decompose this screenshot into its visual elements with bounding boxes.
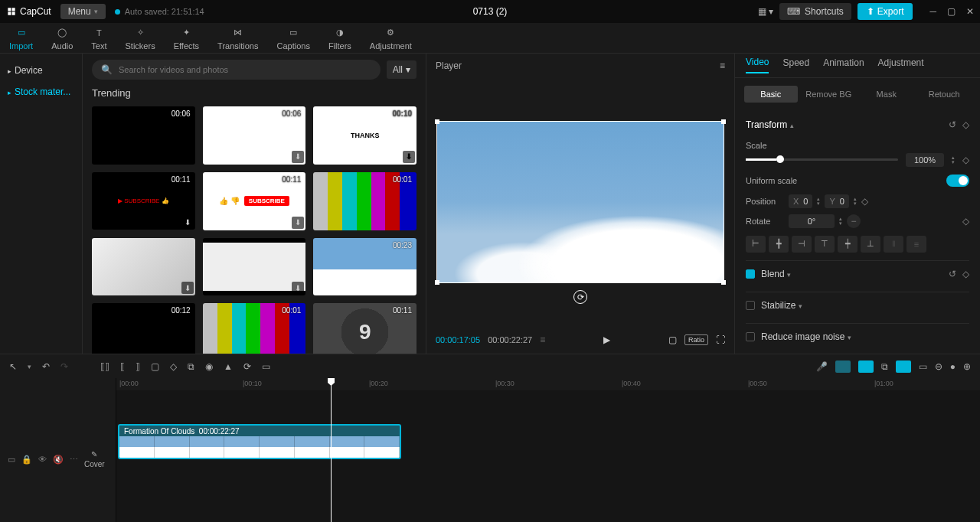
zoom-slider[interactable]: ● [950, 361, 956, 372]
scale-stepper[interactable]: ▴▾ [952, 155, 955, 165]
rotate-stepper[interactable]: ▴▾ [839, 217, 842, 226]
target-icon[interactable]: ▢ [668, 334, 677, 345]
close-icon[interactable]: ✕ [966, 6, 974, 17]
rotate-dial-icon[interactable]: − [847, 214, 861, 228]
cover-button[interactable]: ✎Cover [84, 450, 105, 468]
pointer-icon[interactable]: ↖ [9, 361, 17, 372]
blend-check[interactable] [746, 269, 755, 279]
media-thumb[interactable]: 00:119 [313, 303, 416, 354]
tab-audio[interactable]: ◯Audio [51, 26, 73, 51]
position-y-input[interactable]: Y0 [825, 194, 848, 208]
tab-stickers[interactable]: ✧Stickers [126, 26, 155, 51]
playhead[interactable] [331, 378, 332, 522]
reset-icon[interactable]: ↺ [949, 119, 956, 130]
download-icon[interactable]: ⬇ [292, 217, 304, 229]
menu-button[interactable]: Menu▾ [60, 4, 106, 19]
media-thumb[interactable]: 00:06 [92, 106, 195, 165]
download-icon[interactable]: ⬇ [181, 216, 194, 228]
inspector-tab-adjustment[interactable]: Adjustment [878, 57, 924, 73]
download-icon[interactable]: ⬇ [292, 151, 304, 163]
tab-text[interactable]: TText [91, 26, 106, 51]
media-thumb[interactable]: 00:01 [203, 303, 306, 354]
noise-check[interactable] [746, 332, 755, 341]
stabilize-check[interactable] [746, 301, 755, 310]
rotate-icon[interactable]: ⟳ [243, 361, 251, 372]
zoom-out-icon[interactable]: ⊖ [935, 361, 942, 372]
track-lock-icon[interactable]: 🔒 [21, 455, 32, 465]
tab-filters[interactable]: ◑Filters [328, 26, 351, 51]
trim-left-icon[interactable]: ⟦ [120, 361, 125, 372]
mic-icon[interactable]: 🎤 [816, 361, 828, 372]
delete-icon[interactable]: ▢ [151, 361, 159, 372]
distribute-v-icon[interactable]: ≡ [906, 236, 926, 253]
download-icon[interactable]: ⬇ [403, 151, 415, 163]
align-top-icon[interactable]: ⊤ [815, 236, 835, 253]
media-thumb[interactable]: 00:01 [313, 172, 416, 230]
shortcuts-button[interactable]: ⌨Shortcuts [779, 3, 851, 20]
align-left-icon[interactable]: ⊢ [746, 236, 766, 253]
duplicate-icon[interactable]: ⧉ [188, 361, 194, 372]
filter-button[interactable]: All▾ [387, 60, 416, 79]
align-vcenter-icon[interactable]: ┿ [838, 236, 858, 253]
transform-header[interactable]: Transform ▴ [746, 119, 794, 130]
inspector-tab-video[interactable]: Video [746, 57, 769, 73]
scale-slider[interactable] [746, 158, 898, 161]
redo-icon[interactable]: ↷ [60, 361, 68, 372]
align-hcenter-icon[interactable]: ╋ [769, 236, 789, 253]
search-box[interactable]: 🔍 [92, 60, 381, 80]
magnet-left-icon[interactable] [835, 361, 851, 373]
align-right-icon[interactable]: ⊣ [792, 236, 812, 253]
keyframe-icon[interactable]: ◇ [962, 269, 969, 279]
media-thumb[interactable]: 00:06⬇ [203, 106, 306, 165]
inspector-tab-speed[interactable]: Speed [782, 57, 809, 73]
marker-icon[interactable]: ◇ [170, 361, 177, 372]
download-icon[interactable]: ⬇ [181, 282, 194, 294]
track-eye-icon[interactable]: 👁 [38, 455, 47, 464]
track-more-icon[interactable]: ⋯ [70, 455, 78, 465]
export-button[interactable]: ⬆Export [858, 3, 913, 20]
preview-icon[interactable]: ▭ [919, 361, 927, 372]
fullscreen-icon[interactable]: ⛶ [716, 334, 725, 345]
layout-icon[interactable]: ▦ ▾ [758, 6, 773, 17]
player-canvas[interactable]: ⟳ [426, 78, 734, 326]
crop-icon[interactable]: ▭ [262, 361, 270, 372]
inspector-tab-animation[interactable]: Animation [823, 57, 864, 73]
distribute-h-icon[interactable]: ⦀ [884, 236, 903, 253]
sidebar-item-device[interactable]: Device [0, 60, 82, 81]
tab-adjustment[interactable]: ⚙Adjustment [370, 26, 412, 51]
timeline-ruler[interactable]: |00:00 |00:10 |00:20 |00:30 |00:40 |00:5… [116, 378, 980, 390]
rotate-input[interactable]: 0° [789, 214, 835, 228]
minimize-icon[interactable]: ─ [929, 6, 936, 17]
maximize-icon[interactable]: ▢ [947, 6, 956, 17]
pointer-dropdown[interactable]: ▾ [28, 363, 31, 370]
tab-import[interactable]: ▭Import [9, 26, 33, 51]
trim-right-icon[interactable]: ⟧ [136, 361, 140, 372]
tab-effects[interactable]: ✦Effects [174, 26, 199, 51]
blend-header[interactable]: Blend ▾ [761, 269, 791, 279]
keyframe-icon[interactable]: ◇ [962, 119, 969, 130]
magnet-icon[interactable] [858, 361, 874, 373]
noise-header[interactable]: Reduce image noise ▾ [761, 331, 851, 342]
play-button[interactable]: ▶ [603, 334, 610, 345]
position-x-input[interactable]: X0 [789, 194, 812, 208]
align-bottom-icon[interactable]: ⊥ [861, 236, 880, 253]
media-thumb[interactable]: ⬇ [92, 238, 195, 296]
media-thumb[interactable]: 00:10THANKS⬇ [313, 106, 416, 165]
track-toggle-icon[interactable]: ▭ [8, 455, 15, 465]
scale-value[interactable]: 100% [906, 153, 944, 167]
subtab-basic[interactable]: Basic [744, 86, 798, 103]
player-menu-icon[interactable]: ≡ [720, 60, 725, 71]
media-thumb[interactable]: 00:11▶ SUBSCRIBE 👍⬇ [92, 172, 195, 230]
media-thumb[interactable]: 00:23 [313, 238, 416, 296]
reset-icon[interactable]: ↺ [949, 269, 956, 279]
subtab-removebg[interactable]: Remove BG [802, 86, 856, 103]
media-thumb[interactable]: ⬇ [203, 238, 306, 296]
search-input[interactable] [119, 65, 371, 74]
media-thumb[interactable]: 00:11👍 👎SUBSCRIBE⬇ [203, 172, 306, 230]
y-stepper[interactable]: ▴▾ [854, 197, 857, 206]
stabilize-header[interactable]: Stabilize ▾ [761, 300, 802, 311]
keyframe-icon[interactable]: ◇ [861, 196, 868, 207]
zoom-in-icon[interactable]: ⊕ [963, 361, 971, 372]
subtab-mask[interactable]: Mask [860, 86, 913, 103]
keyframe-icon[interactable]: ◇ [962, 155, 969, 165]
